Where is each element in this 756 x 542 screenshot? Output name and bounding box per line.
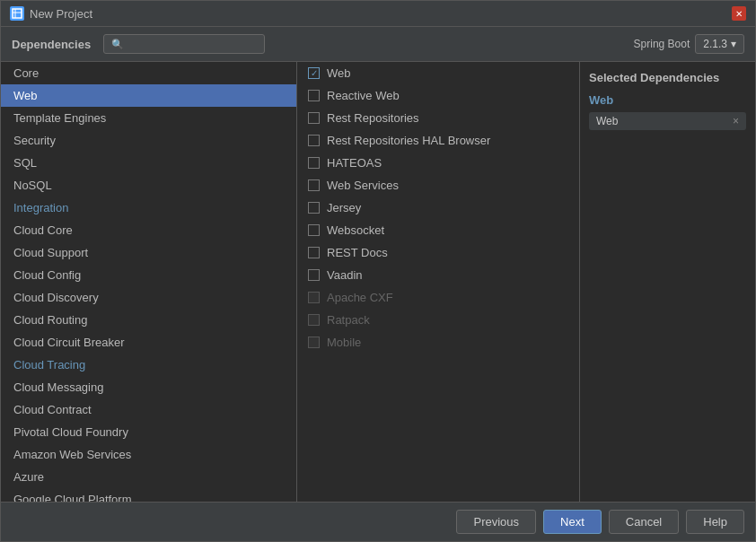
spring-boot-dropdown[interactable]: 2.1.3 ▾	[695, 34, 744, 54]
dependencies-panel: WebReactive WebRest RepositoriesRest Rep…	[297, 62, 580, 502]
sidebar-item-cloud-tracing[interactable]: Cloud Tracing	[1, 354, 296, 376]
dep-label-apache-cxf: Apache CXF	[327, 291, 393, 304]
search-icon: 🔍	[111, 39, 124, 50]
dep-checkbox-hateoas[interactable]	[308, 157, 320, 169]
dep-item-jersey[interactable]: Jersey	[297, 197, 579, 219]
selected-dep-tag-web: Web×	[589, 112, 746, 130]
previous-button[interactable]: Previous	[456, 510, 536, 534]
chevron-down-icon: ▾	[731, 38, 736, 50]
dep-checkbox-ratpack	[308, 314, 320, 326]
sidebar-item-web[interactable]: Web	[1, 84, 296, 107]
search-box: 🔍	[103, 34, 265, 54]
sidebar-item-core[interactable]: Core	[1, 62, 296, 84]
sidebar-item-integration[interactable]: Integration	[1, 197, 296, 219]
dep-item-reactive-web[interactable]: Reactive Web	[297, 84, 579, 107]
top-bar: Dependencies 🔍 Spring Boot 2.1.3 ▾	[1, 27, 755, 62]
selected-deps-title: Selected Dependencies	[589, 71, 746, 84]
search-input[interactable]	[127, 38, 257, 50]
dep-checkbox-web-services[interactable]	[308, 179, 320, 191]
dep-label-web-services: Web Services	[327, 179, 399, 192]
dep-item-vaadin[interactable]: Vaadin	[297, 264, 579, 286]
dep-item-rest-repositories-hal[interactable]: Rest Repositories HAL Browser	[297, 129, 579, 152]
selected-dep-remove-web[interactable]: ×	[733, 115, 739, 127]
sidebar-item-sql[interactable]: SQL	[1, 152, 296, 174]
sidebar-item-cloud-config[interactable]: Cloud Config	[1, 264, 296, 286]
dep-item-websocket[interactable]: Websocket	[297, 219, 579, 241]
sidebar-item-cloud-contract[interactable]: Cloud Contract	[1, 398, 296, 421]
spring-boot-version: 2.1.3	[703, 38, 727, 50]
dep-checkbox-vaadin[interactable]	[308, 269, 320, 281]
deps-label: Dependencies	[12, 38, 91, 51]
sidebar-item-cloud-core[interactable]: Cloud Core	[1, 219, 296, 241]
main-panels: CoreWebTemplate EnginesSecuritySQLNoSQLI…	[1, 62, 755, 502]
spring-boot-selector: Spring Boot 2.1.3 ▾	[634, 34, 744, 54]
sidebar-item-azure[interactable]: Azure	[1, 466, 296, 488]
dep-checkbox-rest-repositories[interactable]	[308, 112, 320, 124]
bottom-bar: Previous Next Cancel Help	[1, 502, 755, 541]
sidebar-item-cloud-routing[interactable]: Cloud Routing	[1, 309, 296, 331]
sidebar-item-security[interactable]: Security	[1, 129, 296, 152]
sidebar-item-cloud-messaging[interactable]: Cloud Messaging	[1, 376, 296, 398]
dep-checkbox-rest-docs[interactable]	[308, 247, 320, 258]
next-button[interactable]: Next	[543, 510, 602, 534]
dep-label-ratpack: Ratpack	[327, 313, 370, 327]
dep-label-rest-repositories: Rest Repositories	[327, 111, 419, 125]
dep-checkbox-jersey[interactable]	[308, 202, 320, 214]
dep-checkbox-rest-repositories-hal[interactable]	[308, 135, 320, 146]
dep-item-rest-docs[interactable]: REST Docs	[297, 241, 579, 264]
dep-label-vaadin: Vaadin	[327, 268, 363, 282]
spring-boot-label: Spring Boot	[634, 38, 690, 50]
content-area: Dependencies 🔍 Spring Boot 2.1.3 ▾ CoreW…	[1, 27, 755, 502]
dep-item-web-services[interactable]: Web Services	[297, 174, 579, 197]
dep-checkbox-apache-cxf	[308, 292, 320, 303]
dep-item-ratpack[interactable]: Ratpack	[297, 309, 579, 331]
dep-checkbox-websocket[interactable]	[308, 224, 320, 236]
dep-checkbox-mobile	[308, 337, 320, 348]
cancel-button[interactable]: Cancel	[609, 510, 679, 534]
dep-label-websocket: Websocket	[327, 223, 384, 237]
new-project-dialog: New Project ✕ Dependencies 🔍 Spring Boot…	[0, 0, 756, 542]
dep-item-apache-cxf[interactable]: Apache CXF	[297, 286, 579, 309]
dialog-icon	[10, 6, 24, 21]
dep-item-hateoas[interactable]: HATEOAS	[297, 152, 579, 174]
dep-label-reactive-web: Reactive Web	[327, 89, 400, 102]
dep-checkbox-web[interactable]	[308, 67, 320, 79]
selected-group-web: Web	[589, 93, 746, 107]
dep-label-web: Web	[327, 66, 351, 80]
sidebar-item-cloud-discovery[interactable]: Cloud Discovery	[1, 286, 296, 309]
dep-item-web[interactable]: Web	[297, 62, 579, 84]
dep-label-mobile: Mobile	[327, 336, 361, 349]
sidebar-item-cloud-circuit-breaker[interactable]: Cloud Circuit Breaker	[1, 331, 296, 354]
dep-label-rest-docs: REST Docs	[327, 246, 388, 259]
sidebar-item-nosql[interactable]: NoSQL	[1, 174, 296, 197]
selected-panel: Selected Dependencies WebWeb×	[580, 62, 755, 502]
svg-rect-0	[13, 9, 22, 18]
dep-label-jersey: Jersey	[327, 201, 361, 214]
sidebar-item-pivotal-cloud-foundry[interactable]: Pivotal Cloud Foundry	[1, 421, 296, 443]
title-bar-left: New Project	[10, 6, 92, 21]
categories-panel: CoreWebTemplate EnginesSecuritySQLNoSQLI…	[1, 62, 297, 502]
close-button[interactable]: ✕	[732, 6, 746, 21]
help-button[interactable]: Help	[686, 510, 744, 534]
sidebar-item-amazon-web-services[interactable]: Amazon Web Services	[1, 443, 296, 466]
dep-label-hateoas: HATEOAS	[327, 156, 382, 170]
dep-checkbox-reactive-web[interactable]	[308, 90, 320, 101]
selected-dep-name-web: Web	[596, 115, 618, 127]
sidebar-item-template-engines[interactable]: Template Engines	[1, 107, 296, 129]
sidebar-item-google-cloud-platform[interactable]: Google Cloud Platform	[1, 488, 296, 502]
dep-label-rest-repositories-hal: Rest Repositories HAL Browser	[327, 134, 490, 147]
dialog-title: New Project	[30, 7, 92, 21]
title-bar: New Project ✕	[1, 1, 755, 27]
dep-item-rest-repositories[interactable]: Rest Repositories	[297, 107, 579, 129]
sidebar-item-cloud-support[interactable]: Cloud Support	[1, 241, 296, 264]
dep-item-mobile[interactable]: Mobile	[297, 331, 579, 354]
